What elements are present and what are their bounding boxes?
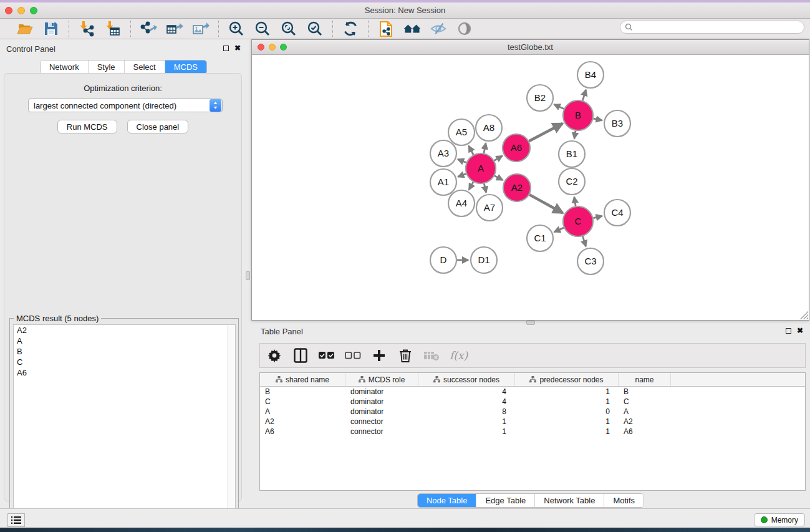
column-header-name[interactable]: name <box>619 373 671 386</box>
close-table-panel-icon[interactable]: ✖ <box>797 327 803 334</box>
tab-network[interactable]: Network <box>41 60 88 74</box>
graph-edge-A-A6[interactable] <box>494 156 503 161</box>
unselect-all-columns-icon[interactable] <box>345 347 361 364</box>
tab-mcds[interactable]: MCDS <box>165 60 206 74</box>
graph-node-A3[interactable]: A3 <box>430 140 456 167</box>
graph-node-C3[interactable]: C3 <box>577 248 604 274</box>
export-table-icon[interactable] <box>166 20 183 37</box>
column-header-mcds-role[interactable]: MCDS role <box>345 373 418 386</box>
tab-motifs[interactable]: Motifs <box>604 494 644 507</box>
function-builder-icon[interactable]: f(x) <box>450 347 468 364</box>
close-panel-icon[interactable]: ✖ <box>234 45 241 51</box>
graph-node-A5[interactable]: A5 <box>448 119 475 145</box>
graph-edge-A2-C[interactable] <box>529 195 562 213</box>
select-all-columns-icon[interactable] <box>319 347 335 364</box>
import-network-icon[interactable] <box>78 20 95 37</box>
graph-edge-A-A4[interactable] <box>469 182 473 190</box>
graph-edge-C-C4[interactable] <box>593 216 602 218</box>
graph-node-B[interactable]: B <box>563 100 593 130</box>
table-row[interactable]: Adominator80A <box>260 407 805 417</box>
result-scrollbar[interactable] <box>227 325 235 525</box>
graph-edge-B-B3[interactable] <box>594 118 602 120</box>
result-item[interactable]: A2 <box>14 325 235 336</box>
graph-node-D[interactable]: D <box>430 247 456 273</box>
graph-node-B2[interactable]: B2 <box>527 85 553 111</box>
horizontal-divider-grip[interactable] <box>526 321 535 325</box>
zoom-out-icon[interactable] <box>254 20 271 37</box>
network-file-icon[interactable] <box>377 20 395 37</box>
graph-node-B4[interactable]: B4 <box>577 62 604 88</box>
network-window-titlebar[interactable]: testGlobe.txt <box>252 40 809 55</box>
graph-node-A1[interactable]: A1 <box>430 169 456 195</box>
graph-node-A4[interactable]: A4 <box>448 190 475 216</box>
save-session-icon[interactable] <box>42 20 60 37</box>
column-header-successor-nodes[interactable]: successor nodes <box>418 373 515 386</box>
window-resize-grip[interactable] <box>800 311 808 319</box>
graph-edge-B-B1[interactable] <box>574 131 576 139</box>
table-row[interactable]: A2connector11A2 <box>260 417 805 427</box>
graph-edge-A6-B[interactable] <box>529 123 562 141</box>
float-table-panel-icon[interactable] <box>786 328 791 334</box>
vertical-divider-grip[interactable] <box>246 271 250 280</box>
main-titlebar[interactable]: Session: New Session <box>0 2 810 19</box>
graph-node-B1[interactable]: B1 <box>559 141 585 167</box>
float-panel-icon[interactable] <box>223 46 229 51</box>
graph-node-A2[interactable]: A2 <box>503 174 531 201</box>
graph-edge-C-C1[interactable] <box>554 228 564 232</box>
home-icon[interactable] <box>403 20 421 37</box>
graph-edge-A-A5[interactable] <box>469 146 473 155</box>
tab-select[interactable]: Select <box>124 60 165 74</box>
export-network-icon[interactable] <box>140 20 157 37</box>
graph-edge-B-B4[interactable] <box>582 90 586 100</box>
run-mcds-button[interactable]: Run MCDS <box>57 120 117 133</box>
graph-edge-C-C3[interactable] <box>583 236 586 246</box>
graph-node-A6[interactable]: A6 <box>503 134 530 162</box>
table-row[interactable]: Cdominator41C <box>260 397 805 407</box>
memory-button[interactable]: Memory <box>754 513 805 526</box>
export-image-icon[interactable] <box>192 20 210 37</box>
search-input[interactable] <box>635 23 791 32</box>
criterion-dropdown[interactable]: largest connected component (directed) <box>28 99 223 112</box>
delete-table-icon[interactable] <box>423 347 440 364</box>
tab-node-table[interactable]: Node Table <box>418 494 476 507</box>
create-column-icon[interactable] <box>371 347 387 364</box>
apply-layout-icon[interactable] <box>342 20 359 37</box>
search-field[interactable] <box>620 21 804 34</box>
graph-edge-A-A7[interactable] <box>484 183 486 192</box>
open-session-icon[interactable] <box>16 20 34 37</box>
task-history-button[interactable] <box>7 513 25 527</box>
show-columns-icon[interactable] <box>292 347 309 364</box>
graph-node-C2[interactable]: C2 <box>559 168 585 195</box>
graph-node-C[interactable]: C <box>563 206 593 236</box>
eye-icon[interactable] <box>456 20 473 37</box>
graph-node-C4[interactable]: C4 <box>604 200 630 226</box>
table-row[interactable]: A6connector11A6 <box>260 427 805 437</box>
network-graph[interactable]: B4B2BB3A5A8A6A3B1AC2A1A2A4A7C4CC1DD1C3 <box>252 55 809 320</box>
graph-node-A8[interactable]: A8 <box>476 115 502 141</box>
graph-edge-A-A1[interactable] <box>458 174 466 177</box>
graph-node-A[interactable]: A <box>466 153 496 183</box>
column-header-shared-name[interactable]: shared name <box>260 373 345 386</box>
import-table-icon[interactable] <box>104 20 122 37</box>
close-panel-button[interactable]: Close panel <box>127 120 189 133</box>
zoom-fit-icon[interactable] <box>280 20 297 37</box>
graph-edge-A-A3[interactable] <box>458 159 466 162</box>
graph-edge-A-A2[interactable] <box>494 176 503 180</box>
result-item[interactable]: C <box>14 357 235 367</box>
table-row[interactable]: Bdominator41B <box>260 387 805 397</box>
graph-node-B3[interactable]: B3 <box>604 110 630 137</box>
result-item[interactable]: B <box>14 346 235 357</box>
column-header-predecessor-nodes[interactable]: predecessor nodes <box>515 373 619 386</box>
graph-edge-B-B2[interactable] <box>554 104 564 109</box>
tab-style[interactable]: Style <box>88 60 124 74</box>
graph-node-A7[interactable]: A7 <box>476 195 503 221</box>
graph-node-C1[interactable]: C1 <box>527 225 553 251</box>
graph-node-D1[interactable]: D1 <box>471 247 497 273</box>
graph-edge-C-C2[interactable] <box>574 197 576 206</box>
zoom-in-icon[interactable] <box>228 20 245 37</box>
result-item[interactable]: A6 <box>14 367 235 378</box>
zoom-selected-icon[interactable] <box>306 20 324 37</box>
tab-edge-table[interactable]: Edge Table <box>476 494 534 507</box>
graph-edge-A-A8[interactable] <box>484 143 486 153</box>
hide-unhide-icon[interactable] <box>430 20 447 37</box>
